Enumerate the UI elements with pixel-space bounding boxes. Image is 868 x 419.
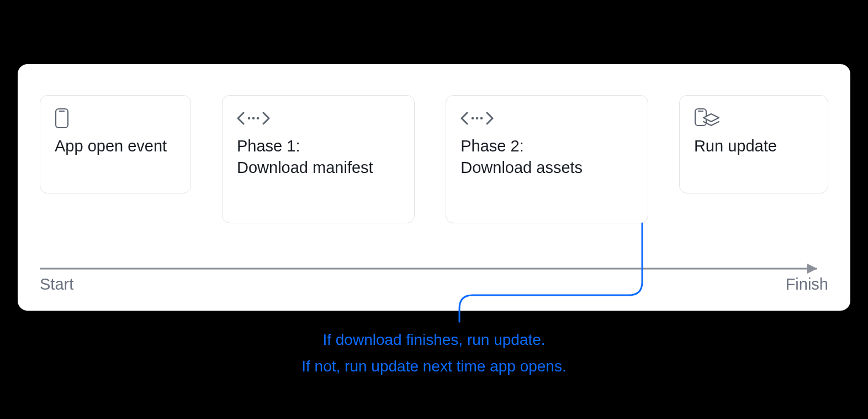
annotation-line-2: If not, run update next time app opens. bbox=[0, 355, 868, 378]
card-phase-1: Phase 1:Download manifest bbox=[222, 95, 415, 223]
card-app-open: App open event bbox=[40, 95, 191, 193]
svg-point-7 bbox=[480, 117, 483, 120]
svg-point-6 bbox=[476, 117, 479, 120]
svg-point-5 bbox=[472, 117, 474, 120]
phone-layers-icon bbox=[694, 108, 813, 129]
code-dots-icon bbox=[237, 108, 400, 129]
phone-icon bbox=[55, 108, 176, 129]
card-run-update: Run update bbox=[679, 95, 828, 193]
annotation-text: If download finishes, run update. If not… bbox=[0, 328, 868, 378]
finish-label: Finish bbox=[786, 275, 828, 294]
diagram-canvas: App open event Phase 1:Download manifest bbox=[18, 64, 850, 311]
card-label: Phase 1:Download manifest bbox=[237, 135, 400, 179]
start-label: Start bbox=[40, 275, 73, 294]
card-label: App open event bbox=[55, 135, 176, 157]
svg-point-4 bbox=[257, 117, 260, 120]
timeline-arrow bbox=[40, 258, 828, 280]
card-row: App open event Phase 1:Download manifest bbox=[40, 95, 828, 223]
card-phase-2: Phase 2:Download assets bbox=[446, 95, 648, 223]
svg-point-3 bbox=[252, 117, 255, 120]
card-label: Run update bbox=[694, 135, 813, 157]
svg-point-2 bbox=[248, 117, 251, 120]
card-label: Phase 2:Download assets bbox=[461, 135, 633, 179]
annotation-line-1: If download finishes, run update. bbox=[0, 328, 868, 352]
code-dots-icon bbox=[461, 108, 633, 129]
